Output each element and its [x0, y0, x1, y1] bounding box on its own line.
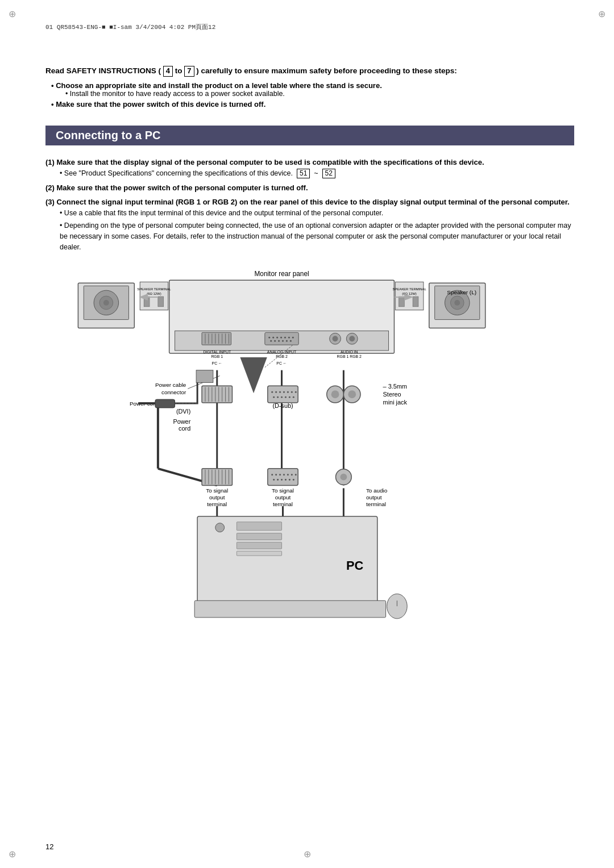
svg-point-93: [291, 474, 293, 475]
svg-point-17: [284, 336, 286, 338]
svg-point-62: [275, 391, 277, 393]
section-title: Connecting to a PC: [45, 126, 574, 145]
instruction-1-sub-1: See "Product Specifications" concerning …: [60, 168, 574, 179]
instruction-1-text: (1) Make sure that the display signal of…: [45, 158, 484, 166]
svg-point-64: [283, 391, 285, 393]
safety-bullet-1: • Choose an appropriate site and install…: [51, 81, 574, 98]
svg-point-66: [291, 391, 293, 393]
svg-point-88: [271, 474, 273, 475]
svg-text:RGB 1: RGB 1: [211, 354, 223, 358]
svg-point-20: [270, 340, 272, 341]
keyboard: [194, 600, 385, 617]
instruction-1: (1) Make sure that the display signal of…: [45, 157, 574, 178]
instruction-2: (2) Make sure that the power switch of t…: [45, 182, 574, 194]
instruction-2-text: (2) Make sure that the power switch of t…: [45, 183, 308, 192]
spec-box2: 52: [322, 169, 335, 179]
svg-point-75: [348, 390, 356, 398]
svg-text:terminal: terminal: [366, 501, 386, 507]
svg-point-73: [293, 396, 294, 398]
to-signal-output2-label: To signal: [272, 487, 294, 494]
svg-point-15: [276, 336, 278, 338]
svg-text:PC ←: PC ←: [276, 361, 287, 365]
safety-title: Read SAFETY INSTRUCTIONS ( 4 to 7 ) care…: [45, 65, 574, 77]
corner-mark-bl: ⊕: [9, 849, 16, 859]
dvi-port: [202, 332, 231, 345]
safety-section: Read SAFETY INSTRUCTIONS ( 4 to 7 ) care…: [45, 65, 574, 108]
instruction-3-text: (3) Connect the signal input terminal (R…: [45, 198, 570, 206]
corner-mark-tr: ⊕: [598, 9, 605, 19]
instruction-3-sub-1: Use a cable that fits the input terminal…: [60, 208, 574, 219]
svg-rect-40: [413, 297, 418, 307]
dvi-connector-bottom: [202, 386, 232, 403]
monitor-rear-panel-label: Monitor rear panel: [254, 270, 309, 278]
svg-point-63: [279, 391, 281, 393]
svg-text:output: output: [209, 494, 225, 500]
svg-rect-108: [237, 521, 281, 530]
svg-point-89: [275, 474, 277, 475]
instruction-3-sub-2: Depending on the type of personal comput…: [60, 220, 574, 252]
safety-box2: 7: [184, 66, 194, 77]
svg-point-70: [281, 396, 283, 398]
stereo-label: – 3.5mm: [383, 383, 407, 390]
svg-point-99: [289, 479, 291, 481]
svg-point-14: [272, 336, 274, 338]
dsub-connector-bottom: [268, 386, 298, 403]
svg-text:output: output: [366, 494, 382, 500]
svg-point-27: [349, 336, 355, 341]
corner-mark-tl: ⊕: [9, 9, 16, 19]
svg-point-69: [277, 396, 279, 398]
svg-point-23: [282, 340, 284, 341]
dsub-connector-pc: [268, 468, 298, 485]
svg-point-44: [454, 299, 460, 305]
safety-bullet-2: • Make sure that the power switch of thi…: [51, 100, 574, 108]
svg-text:cord: cord: [179, 425, 190, 432]
speaker-l-label: Speaker (L): [447, 289, 476, 295]
safety-bullet-2-text: • Make sure that the power switch of thi…: [51, 100, 265, 108]
power-cable-connector-label: Power cable: [155, 382, 186, 388]
svg-text:SPEAKER TERMINAL: SPEAKER TERMINAL: [137, 287, 171, 291]
svg-point-98: [285, 479, 287, 481]
svg-point-26: [333, 336, 338, 341]
svg-rect-30: [144, 297, 150, 307]
dsub-label: (D-sub): [272, 402, 293, 408]
to-signal-output1-label: To signal: [206, 487, 228, 494]
svg-point-94: [295, 474, 297, 475]
svg-point-19: [292, 336, 294, 338]
svg-point-90: [279, 474, 281, 475]
dvi-connector-pc: [202, 468, 232, 485]
svg-text:(6Ω 12W): (6Ω 12W): [147, 292, 161, 295]
header-line: 01 QR58543-ENG-■ ■I-sam 3/4/2004 4:02 PM…: [45, 23, 574, 31]
svg-text:output: output: [275, 494, 291, 500]
svg-rect-31: [158, 297, 164, 307]
page-number: 12: [45, 842, 53, 851]
svg-text:SPEAKER TERMINAL: SPEAKER TERMINAL: [392, 287, 426, 291]
svg-rect-111: [237, 551, 281, 556]
svg-text:mini jack: mini jack: [383, 399, 408, 406]
diagram-area: Monitor rear panel DIGITAL INPUT RGB 1 A…: [45, 264, 574, 650]
dsub-port: [265, 332, 298, 345]
svg-point-36: [103, 299, 109, 305]
safety-title-part1: Read SAFETY INSTRUCTIONS (: [45, 66, 161, 75]
svg-point-25: [290, 340, 292, 341]
dvi-label: (DVI): [176, 407, 190, 414]
svg-point-21: [274, 340, 276, 341]
svg-point-13: [268, 336, 270, 338]
svg-point-16: [280, 336, 282, 338]
page: ⊕ ⊕ ⊕ ⊕ 01 QR58543-ENG-■ ■I-sam 3/4/2004…: [0, 0, 614, 868]
instruction-3: (3) Connect the signal input terminal (R…: [45, 197, 574, 253]
svg-point-65: [287, 391, 289, 393]
analog-input-label: ANALOG INPUT: [267, 349, 297, 353]
svg-point-22: [278, 340, 280, 341]
safety-bullet-1-text: • Choose an appropriate site and install…: [51, 81, 382, 90]
svg-point-96: [277, 479, 279, 481]
svg-point-91: [283, 474, 285, 475]
safety-sub-bullet-1: Install the monitor to have ready access…: [65, 90, 574, 98]
svg-text:RGB 1  RGB 2: RGB 1 RGB 2: [337, 354, 362, 358]
svg-rect-109: [237, 533, 281, 540]
svg-text:Stereo: Stereo: [383, 391, 401, 398]
svg-rect-110: [237, 542, 281, 549]
svg-point-18: [288, 336, 290, 338]
svg-point-100: [293, 479, 294, 481]
pc-label: PC: [346, 558, 364, 572]
svg-point-24: [286, 340, 288, 341]
